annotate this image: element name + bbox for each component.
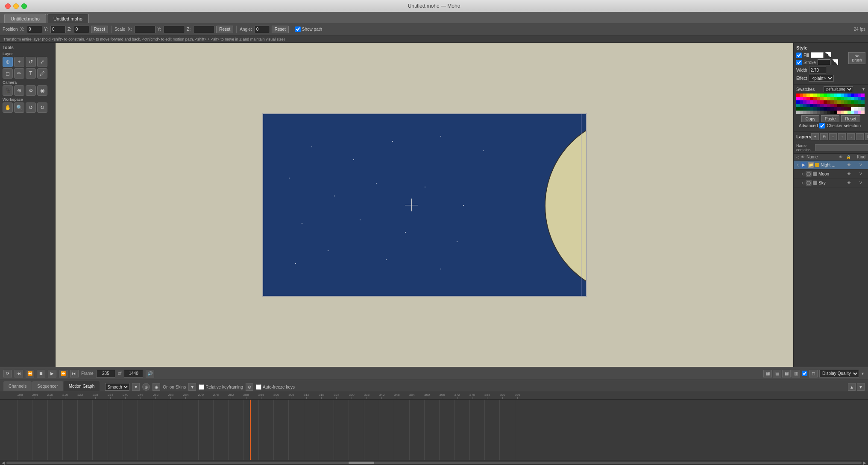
color-cell[interactable] [800,111,803,114]
layer-row-night[interactable]: ◁ ▶ 📁 Night ... 👁 V [794,161,868,170]
redo-tool[interactable]: ↻ [37,102,47,113]
color-cell[interactable] [813,107,817,111]
effect-select[interactable]: <plain> [809,75,834,82]
color-cell[interactable] [817,111,820,114]
color-cell[interactable] [820,111,824,114]
color-cell[interactable] [820,97,824,100]
color-cell[interactable] [834,111,837,114]
color-cell[interactable] [800,97,803,100]
canvas-area[interactable] [56,43,793,367]
color-cell[interactable] [837,94,841,97]
color-cell[interactable] [847,111,851,114]
undo-tool[interactable]: ↺ [26,102,36,113]
layers-group-button[interactable]: ⊞ [865,133,868,140]
color-cell[interactable] [803,100,806,104]
color-cell[interactable] [810,104,813,107]
color-cell[interactable] [820,104,824,107]
advanced-label[interactable]: Advanced [799,123,818,128]
color-cell[interactable] [851,107,854,111]
step-back-button[interactable]: ⏪ [26,370,34,377]
color-cell[interactable] [861,107,865,111]
color-cell[interactable] [834,97,837,100]
color-cell[interactable] [806,97,810,100]
no-brush-button[interactable]: No Brush [848,52,865,64]
scrollbar-thumb[interactable] [349,462,374,464]
color-cell[interactable] [810,97,813,100]
close-button[interactable] [5,3,11,9]
stroke-checkbox[interactable] [796,60,802,65]
color-cell[interactable] [813,100,817,104]
color-cell[interactable] [844,111,847,114]
translate-tool[interactable]: + [14,57,24,67]
color-cell[interactable] [847,97,851,100]
hand-tool[interactable]: ✋ [3,102,13,113]
view-btn-1[interactable]: ▦ [763,370,772,377]
color-cell[interactable] [827,111,830,114]
color-cell[interactable] [824,104,827,107]
show-path-checkbox[interactable] [295,26,301,32]
view-btn-2[interactable]: ▤ [773,370,781,377]
color-cell[interactable] [854,111,858,114]
color-cell[interactable] [844,107,847,111]
camera-tool-2[interactable]: ⊕ [14,85,24,96]
color-cell[interactable] [817,104,820,107]
layers-more-button[interactable]: ··· [856,133,864,140]
color-cell[interactable] [851,111,854,114]
display-quality-expand[interactable]: ▼ [861,371,865,376]
color-cell[interactable] [858,111,861,114]
tl-onion-skins[interactable]: ◉ [152,383,160,391]
relative-keyframing-checkbox[interactable] [199,384,204,390]
color-cell[interactable] [830,104,834,107]
layers-move-down-button[interactable]: ↓ [847,133,855,140]
color-cell[interactable] [861,100,865,104]
checker-selection-checkbox[interactable] [819,123,825,129]
angle-input[interactable] [255,26,270,33]
channels-tab[interactable]: Channels [3,381,32,391]
color-cell[interactable] [858,94,861,97]
color-cell[interactable] [803,104,806,107]
swatches-expand-icon[interactable]: ▼ [862,87,865,91]
stroke-gradient-icon[interactable] [832,59,838,65]
color-cell[interactable] [803,97,806,100]
color-cell[interactable] [834,94,837,97]
swatches-file-select[interactable]: Default.png [824,86,853,92]
smooth-select[interactable]: Smooth [105,383,129,391]
color-cell[interactable] [796,111,800,114]
color-cell[interactable] [830,107,834,111]
color-cell[interactable] [813,94,817,97]
color-cell[interactable] [803,111,806,114]
fill-gradient-icon[interactable] [825,52,831,58]
paste-swatch-button[interactable]: Paste [821,115,840,122]
color-cell[interactable] [810,100,813,104]
color-cell[interactable] [824,107,827,111]
color-cell[interactable] [854,94,858,97]
tl-opt-rel[interactable]: ⊙ [246,383,253,391]
color-cell[interactable] [834,107,837,111]
color-cell[interactable] [841,97,844,100]
width-input[interactable] [809,67,826,73]
color-cell[interactable] [847,94,851,97]
total-frames-input[interactable] [124,370,143,377]
color-cell[interactable] [851,100,854,104]
color-cell[interactable] [830,111,834,114]
tl-opt-onion[interactable]: ▼ [188,383,196,391]
layers-delete-button[interactable]: − [829,133,837,140]
moon-eye-icon[interactable]: 👁 [847,172,851,176]
color-cell[interactable] [861,97,865,100]
color-cell[interactable] [810,111,813,114]
reset-swatch-button[interactable]: Reset [841,115,860,122]
color-cell[interactable] [827,107,830,111]
color-cell[interactable] [834,104,837,107]
color-cell[interactable] [830,94,834,97]
color-cell[interactable] [847,107,851,111]
color-cell[interactable] [796,100,800,104]
color-cell[interactable] [813,97,817,100]
color-cell[interactable] [817,97,820,100]
paint-tool[interactable]: 🖊 [37,68,47,79]
color-cell[interactable] [841,100,844,104]
color-cell[interactable] [796,94,800,97]
color-cell[interactable] [844,100,847,104]
color-cell[interactable] [800,107,803,111]
view-checkbox[interactable] [802,371,807,376]
color-cell[interactable] [858,104,861,107]
